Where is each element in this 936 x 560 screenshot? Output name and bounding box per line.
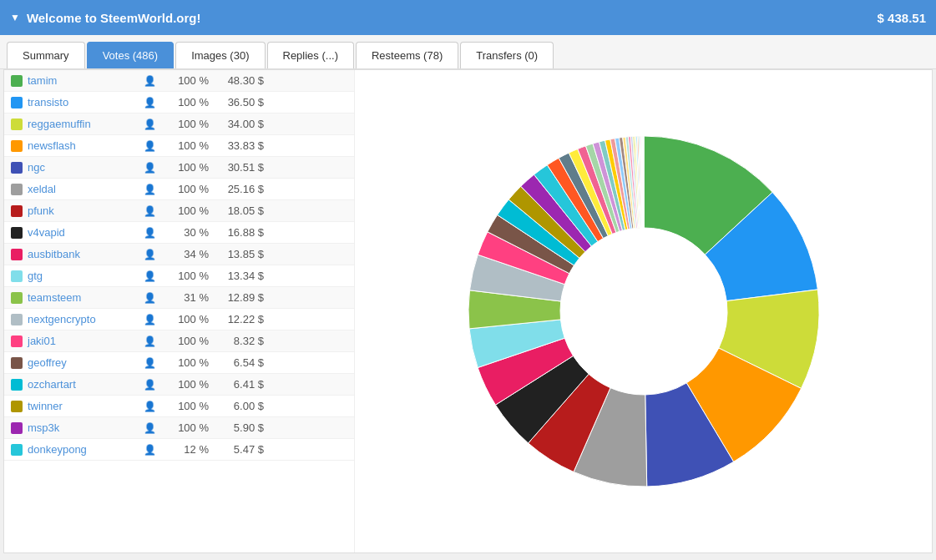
color-indicator bbox=[11, 205, 23, 217]
vote-percent: 34 % bbox=[163, 248, 209, 260]
vote-value: 33.83 $ bbox=[214, 139, 264, 152]
user-icon: 👤 bbox=[141, 422, 158, 434]
vote-value: 6.00 $ bbox=[214, 400, 264, 412]
list-item: teamsteem👤31 %12.89 $ bbox=[4, 287, 354, 309]
user-icon: 👤 bbox=[141, 292, 158, 304]
vote-percent: 100 % bbox=[163, 378, 209, 391]
list-panel: tamim👤100 %48.30 $transisto👤100 %36.50 $… bbox=[4, 70, 355, 552]
list-item: nextgencrypto👤100 %12.22 $ bbox=[4, 309, 354, 330]
chart-panel bbox=[355, 70, 932, 552]
vote-value: 30.51 $ bbox=[214, 161, 264, 174]
vote-percent: 100 % bbox=[163, 400, 209, 412]
user-icon: 👤 bbox=[141, 401, 158, 412]
color-indicator bbox=[11, 140, 23, 152]
user-icon: 👤 bbox=[141, 140, 158, 152]
color-indicator bbox=[11, 162, 23, 174]
color-indicator bbox=[11, 379, 23, 391]
color-indicator bbox=[11, 357, 23, 369]
vote-percent: 100 % bbox=[163, 118, 209, 130]
tab-replies------[interactable]: Replies (...) bbox=[267, 42, 354, 68]
voter-name[interactable]: ausbitbank bbox=[28, 248, 136, 260]
vote-percent: 30 % bbox=[163, 226, 209, 239]
list-item: msp3k👤100 %5.90 $ bbox=[4, 417, 354, 439]
voter-name[interactable]: nextgencrypto bbox=[28, 313, 136, 325]
tab-votes--486-[interactable]: Votes (486) bbox=[87, 42, 175, 68]
tab-resteems--78-[interactable]: Resteems (78) bbox=[356, 42, 458, 68]
list-item: reggaemuffin👤100 %34.00 $ bbox=[4, 114, 354, 135]
vote-value: 5.47 $ bbox=[214, 443, 264, 456]
vote-value: 36.50 $ bbox=[214, 96, 264, 108]
header-price: $ 438.51 bbox=[878, 11, 926, 25]
vote-percent: 100 % bbox=[163, 270, 209, 282]
vote-value: 34.00 $ bbox=[214, 118, 264, 130]
vote-percent: 100 % bbox=[163, 335, 209, 347]
user-icon: 👤 bbox=[141, 335, 158, 347]
list-item: ausbitbank👤34 %13.85 $ bbox=[4, 244, 354, 265]
tab-summary[interactable]: Summary bbox=[7, 42, 85, 68]
vote-value: 25.16 $ bbox=[214, 183, 264, 195]
user-icon: 👤 bbox=[141, 227, 158, 239]
list-item: gtg👤100 %13.34 $ bbox=[4, 265, 354, 287]
vote-percent: 100 % bbox=[163, 96, 209, 108]
color-indicator bbox=[11, 401, 23, 412]
list-item: ozchartart👤100 %6.41 $ bbox=[4, 374, 354, 396]
list-item: tamim👤100 %48.30 $ bbox=[4, 70, 354, 92]
vote-value: 48.30 $ bbox=[214, 74, 264, 87]
color-indicator bbox=[11, 184, 23, 195]
color-indicator bbox=[11, 314, 23, 325]
user-icon: 👤 bbox=[141, 184, 158, 195]
voter-name[interactable]: twinner bbox=[28, 400, 136, 412]
voter-name[interactable]: tamim bbox=[28, 74, 136, 87]
vote-percent: 100 % bbox=[163, 204, 209, 217]
color-indicator bbox=[11, 249, 23, 260]
user-icon: 👤 bbox=[141, 97, 158, 108]
vote-value: 6.54 $ bbox=[214, 356, 264, 369]
list-item: transisto👤100 %36.50 $ bbox=[4, 92, 354, 114]
list-item: geoffrey👤100 %6.54 $ bbox=[4, 352, 354, 374]
vote-value: 6.41 $ bbox=[214, 378, 264, 391]
list-item: xeldal👤100 %25.16 $ bbox=[4, 179, 354, 200]
vote-percent: 100 % bbox=[163, 161, 209, 174]
voter-name[interactable]: pfunk bbox=[28, 204, 136, 217]
tab-transfers--0-[interactable]: Transfers (0) bbox=[460, 42, 554, 68]
vote-percent: 100 % bbox=[163, 139, 209, 152]
list-item: donkeypong👤12 %5.47 $ bbox=[4, 439, 354, 461]
voter-name[interactable]: ngc bbox=[28, 161, 136, 174]
color-indicator bbox=[11, 270, 23, 282]
voter-name[interactable]: donkeypong bbox=[28, 443, 136, 456]
voter-name[interactable]: msp3k bbox=[28, 421, 136, 434]
color-indicator bbox=[11, 227, 23, 239]
voter-name[interactable]: transisto bbox=[28, 96, 136, 108]
color-indicator bbox=[11, 292, 23, 304]
vote-percent: 12 % bbox=[163, 443, 209, 456]
list-item: v4vapid👤30 %16.88 $ bbox=[4, 222, 354, 244]
voter-name[interactable]: gtg bbox=[28, 270, 136, 282]
color-indicator bbox=[11, 444, 23, 456]
voter-name[interactable]: teamsteem bbox=[28, 291, 136, 304]
voter-name[interactable]: v4vapid bbox=[28, 226, 136, 239]
user-icon: 👤 bbox=[141, 270, 158, 282]
user-icon: 👤 bbox=[141, 249, 158, 260]
list-item: twinner👤100 %6.00 $ bbox=[4, 396, 354, 417]
voter-name[interactable]: reggaemuffin bbox=[28, 118, 136, 130]
user-icon: 👤 bbox=[141, 75, 158, 87]
voter-name[interactable]: geoffrey bbox=[28, 356, 136, 369]
color-indicator bbox=[11, 335, 23, 347]
voter-name[interactable]: xeldal bbox=[28, 183, 136, 195]
vote-value: 12.22 $ bbox=[214, 313, 264, 325]
vote-percent: 100 % bbox=[163, 421, 209, 434]
user-icon: 👤 bbox=[141, 119, 158, 130]
voter-name[interactable]: ozchartart bbox=[28, 378, 136, 391]
vote-value: 13.34 $ bbox=[214, 270, 264, 282]
vote-value: 5.90 $ bbox=[214, 421, 264, 434]
list-item: ngc👤100 %30.51 $ bbox=[4, 157, 354, 179]
list-item: pfunk👤100 %18.05 $ bbox=[4, 200, 354, 222]
vote-percent: 100 % bbox=[163, 74, 209, 87]
tab-images--30-[interactable]: Images (30) bbox=[175, 42, 265, 68]
header-arrow-icon: ▼ bbox=[10, 12, 20, 23]
vote-value: 18.05 $ bbox=[214, 204, 264, 217]
voter-name[interactable]: newsflash bbox=[28, 139, 136, 152]
header: ▼ Welcome to SteemWorld.org! $ 438.51 bbox=[0, 0, 936, 35]
vote-value: 8.32 $ bbox=[214, 335, 264, 347]
voter-name[interactable]: jaki01 bbox=[28, 335, 136, 347]
